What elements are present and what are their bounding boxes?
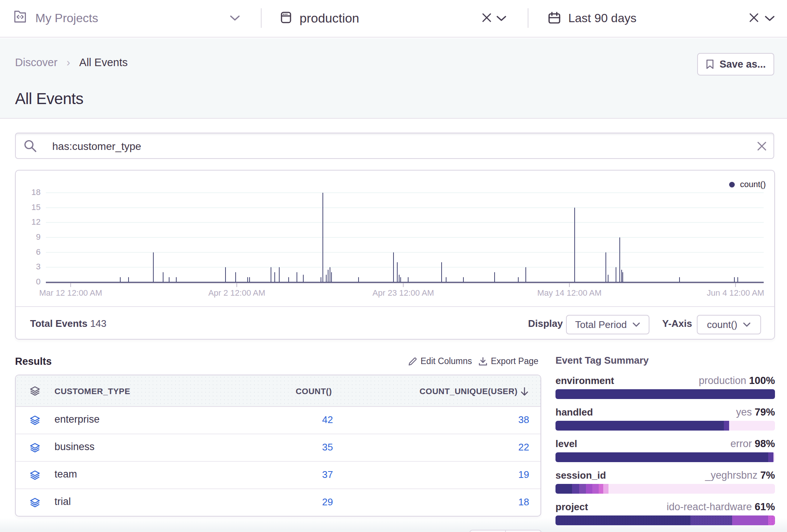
svg-text:Jun 4 12:00 AM: Jun 4 12:00 AM bbox=[707, 288, 764, 298]
svg-text:Apr 23 12:00 AM: Apr 23 12:00 AM bbox=[372, 288, 434, 298]
svg-text:18: 18 bbox=[32, 187, 41, 197]
svg-text:3: 3 bbox=[36, 262, 41, 271]
svg-text:15: 15 bbox=[32, 203, 41, 212]
svg-text:Mar 12 12:00 AM: Mar 12 12:00 AM bbox=[39, 288, 102, 298]
svg-text:Apr 2 12:00 AM: Apr 2 12:00 AM bbox=[208, 288, 265, 298]
svg-text:9: 9 bbox=[36, 232, 41, 242]
svg-text:May 14 12:00 AM: May 14 12:00 AM bbox=[537, 288, 601, 298]
svg-text:6: 6 bbox=[36, 247, 41, 257]
svg-text:0: 0 bbox=[36, 277, 41, 286]
svg-text:12: 12 bbox=[32, 217, 41, 227]
